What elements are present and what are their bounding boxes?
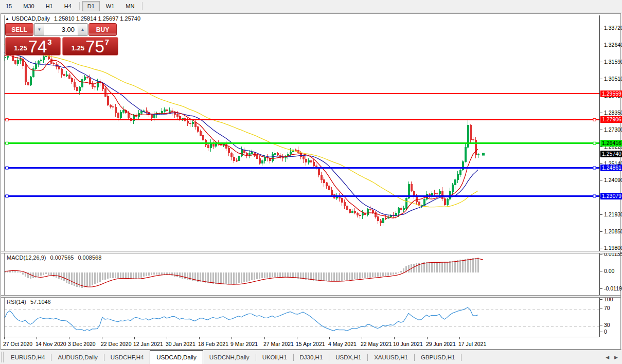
trading-terminal: { "toolbar": { "timeframes": [ {"label":…	[0, 0, 622, 364]
ohlc-values: 1.25810 1.25814 1.25697 1.25740	[54, 15, 140, 22]
date-label: 10 Jun 2021	[393, 341, 423, 347]
price-tick-label: 1.20850	[600, 228, 622, 235]
date-tick	[232, 337, 232, 339]
date-tick	[102, 337, 102, 339]
volume-increase-icon[interactable]: ▲	[78, 24, 87, 35]
date-label: 22 May 2021	[361, 341, 392, 347]
tab-usdcnh[interactable]: USDCNH,Daily	[203, 350, 256, 364]
toolbar-separator	[79, 2, 80, 10]
tab-audusd[interactable]: AUDUSD,Daily	[51, 350, 103, 364]
date-tick	[329, 337, 330, 339]
bid-price-big: 74	[28, 40, 47, 53]
macd-name: MACD(12,26,9)	[7, 254, 46, 261]
timeframe-button-15[interactable]: 15	[1, 1, 17, 11]
macd-value-signal: 0.008568	[78, 254, 101, 261]
date-tick	[4, 337, 5, 339]
timeframe-toolbar: 15M30H1H4D1W1MN	[0, 0, 622, 12]
volume-input[interactable]	[44, 24, 78, 35]
date-label: 4 May 2021	[328, 341, 357, 347]
macd-tick-label: 0.00	[600, 268, 614, 275]
date-label: 27 Oct 2020	[3, 341, 32, 347]
date-label: 27 Mar 2021	[263, 341, 294, 347]
collapse-icon[interactable]: ▲	[5, 16, 9, 21]
rsi-tick-label: 30	[600, 322, 610, 329]
date-tick	[69, 337, 69, 339]
macd-tick-label: -0.01190	[600, 285, 622, 292]
rsi-pane[interactable]: RSI(14) 57.1046	[4, 298, 599, 337]
timeframe-button-h1[interactable]: H1	[41, 1, 58, 11]
date-tick	[459, 337, 460, 339]
date-label: 3 Dec 2020	[68, 341, 96, 347]
tab-usdx[interactable]: USDX,H1	[329, 350, 367, 364]
date-label: 17 Jul 2021	[458, 341, 486, 347]
bid-price-box[interactable]: 1.25 74 3	[5, 37, 61, 56]
tab-usdchf[interactable]: USDCHF,H4	[104, 350, 150, 364]
chart-window: ▲ USDCAD,Daily 1.25810 1.25814 1.25697 1…	[1, 13, 621, 350]
volume-stepper: ▼ ▲	[34, 23, 87, 36]
symbol-timeframe-label: USDCAD,Daily	[12, 15, 50, 22]
price-level-badge: 1.24861	[600, 165, 622, 171]
tab-separator	[461, 354, 461, 361]
time-axis[interactable]: 27 Oct 202014 Nov 20203 Dec 202022 Dec 2…	[4, 337, 599, 349]
price-level-badge: 1.27906	[600, 116, 622, 123]
macd-pane[interactable]: MACD(12,26,9) 0.007565 0.008568	[4, 253, 599, 295]
timeframe-button-mn[interactable]: MN	[120, 1, 139, 11]
rsi-line-chart[interactable]	[5, 298, 599, 337]
symbol-tab-bar: EURUSD,H4AUDUSD,DailyUSDCHF,H4USDCAD,Dai…	[0, 350, 622, 364]
ask-price-box[interactable]: 1.25 75 7	[62, 37, 118, 56]
timeframe-button-w1[interactable]: W1	[101, 1, 120, 11]
toolbar-separator	[142, 2, 143, 10]
rsi-tick-label: 0	[600, 329, 607, 335]
date-label: 22 Dec 2020	[101, 341, 132, 347]
tab-scroll-right-icon[interactable]: ▶	[614, 355, 618, 360]
timeframe-button-m30[interactable]: M30	[18, 1, 39, 11]
ask-price-prefix: 1.25	[72, 44, 84, 52]
date-label: 30 Jan 2021	[166, 341, 196, 347]
price-level-badge: 1.26416	[600, 140, 622, 147]
macd-label: MACD(12,26,9) 0.007565 0.008568	[7, 254, 104, 261]
timeframe-button-h4[interactable]: H4	[59, 1, 77, 11]
tabbar-grip	[1, 352, 4, 362]
rsi-tick-label: 70	[600, 305, 610, 312]
tab-nav: ◀▶	[606, 350, 622, 364]
tab-scroll-left-icon[interactable]: ◀	[606, 355, 609, 360]
date-label: 18 Feb 2021	[198, 341, 228, 347]
buy-button[interactable]: BUY	[88, 23, 117, 36]
price-tick-label: 1.31590	[600, 59, 622, 65]
macd-value-main: 0.007565	[50, 254, 74, 261]
date-label: 12 Jan 2021	[133, 341, 163, 347]
one-click-trade-panel: SELL ▼ ▲ BUY 1.25 74 3 1.25 75 7	[5, 23, 118, 56]
date-label: 29 Jun 2021	[426, 341, 456, 347]
current-price-badge: 1.25740	[600, 151, 622, 157]
price-tick-label: 1.30510	[600, 76, 622, 82]
tab-eurusd[interactable]: EURUSD,H4	[5, 350, 51, 364]
price-tick-label: 1.27300	[600, 126, 622, 133]
price-tick-label: 1.21930	[600, 211, 622, 218]
tab-usdcad[interactable]: USDCAD,Daily	[150, 350, 203, 364]
price-level-badge: 1.23079	[600, 193, 622, 199]
price-tick-label: 1.33720	[600, 25, 622, 31]
rsi-value: 57.1046	[30, 299, 51, 305]
price-tick-label: 1.24090	[600, 177, 622, 184]
timeframe-button-d1[interactable]: D1	[82, 1, 100, 11]
date-tick	[427, 337, 428, 339]
date-tick	[264, 337, 265, 339]
rsi-name: RSI(14)	[7, 299, 26, 305]
date-tick	[37, 337, 37, 339]
tab-ukoil[interactable]: UKOil,H1	[256, 350, 293, 364]
volume-decrease-icon[interactable]: ▼	[35, 24, 44, 35]
pane-splitter[interactable]	[1, 251, 620, 253]
rsi-label: RSI(14) 57.1046	[7, 299, 54, 305]
sell-button[interactable]: SELL	[5, 23, 33, 36]
ask-price-pipette: 7	[105, 38, 109, 46]
price-tick-label: 1.32640	[600, 42, 622, 48]
tab-xauusd[interactable]: XAUUSD,H1	[368, 350, 414, 364]
tab-dj30[interactable]: DJ30,H1	[294, 350, 329, 364]
price-axis[interactable]: 1.337201.326401.315901.305101.294301.283…	[599, 15, 620, 337]
date-tick	[167, 337, 167, 339]
date-tick	[134, 337, 135, 339]
chart-title: ▲ USDCAD,Daily 1.25810 1.25814 1.25697 1…	[5, 15, 140, 22]
pane-splitter[interactable]	[1, 295, 620, 298]
tab-gbpusd[interactable]: GBPUSD,H1	[415, 350, 461, 364]
bid-price-pipette: 3	[47, 38, 51, 46]
